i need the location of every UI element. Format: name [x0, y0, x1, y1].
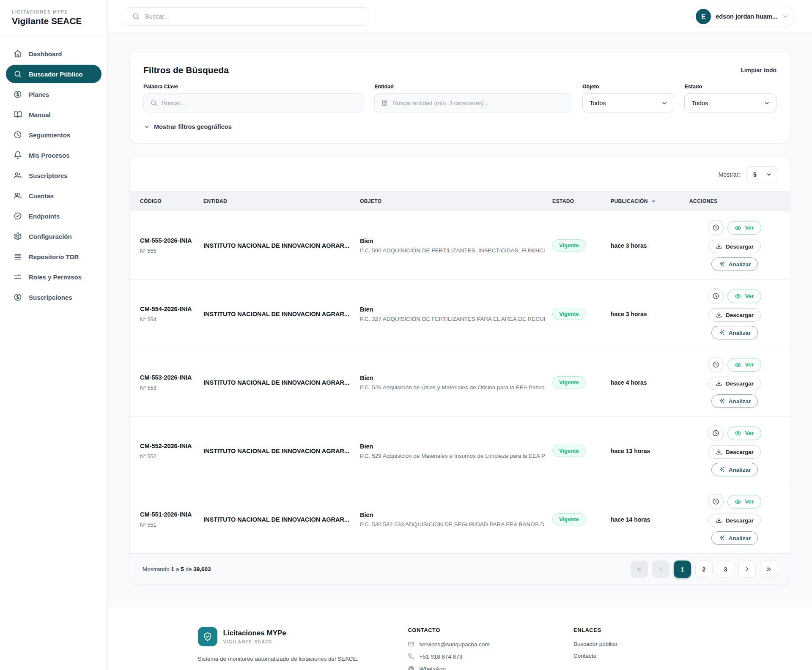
published-ago: hace 4 horas [611, 379, 682, 386]
status-cell: Vigente [552, 513, 603, 525]
col-publicacion-sort[interactable]: PUBLICACIÓN [611, 198, 682, 204]
entity-field: Entidad [374, 84, 572, 112]
chevron-down-icon [143, 123, 150, 130]
process-code: CM-554-2026-INIA [140, 305, 196, 314]
process-number: N° 555 [140, 248, 196, 254]
links-heading: ENLACES [573, 627, 722, 633]
filters-card: Filtros de Búsqueda Limpiar todo Palabra… [130, 53, 790, 143]
prev-page-button[interactable] [652, 561, 669, 578]
sidebar-item-mis-procesos[interactable]: Mis Procesos [6, 146, 102, 164]
history-button[interactable] [708, 425, 724, 441]
sidebar-item-planes[interactable]: Planes [6, 85, 102, 104]
sidebar-item-seguimientos[interactable]: Seguimientos [6, 126, 102, 144]
keyword-input[interactable] [162, 100, 357, 107]
analizar-button[interactable]: Analizar [711, 326, 758, 339]
chevrons-left-icon [636, 566, 642, 572]
descargar-button[interactable]: Descargar [708, 514, 761, 527]
geo-filters-label: Mostrar filtros geográficos [154, 123, 232, 130]
sidebar-item-configuracion[interactable]: Configuración [6, 227, 102, 246]
history-button[interactable] [708, 220, 724, 235]
object-select[interactable]: Todos [582, 93, 675, 112]
first-page-button[interactable] [631, 561, 648, 578]
sidebar-item-manual[interactable]: Manual [6, 105, 102, 124]
process-code: CM-552-2026-INIA [140, 442, 196, 451]
table-row: CM-554-2026-INIA N° 554 INSTITUTO NACION… [130, 280, 790, 348]
ver-button[interactable]: Ver [727, 427, 761, 440]
object-description: P.C. 526 Adquisición de Útiles y Materia… [360, 384, 545, 391]
state-select[interactable]: Todos [684, 93, 776, 112]
history-button[interactable] [708, 357, 724, 372]
search-icon [14, 70, 22, 78]
sidebar-item-buscador-publico[interactable]: Buscador Público [6, 65, 102, 83]
status-badge: Vigente [552, 376, 586, 388]
page-2-button[interactable]: 2 [695, 561, 713, 578]
history-button[interactable] [708, 494, 724, 509]
last-page-button[interactable] [760, 561, 777, 578]
col-objeto: OBJETO [360, 198, 545, 204]
sidebar-item-roles-permisos[interactable]: Roles y Permisos [6, 268, 102, 286]
object-type: Bien [360, 306, 545, 313]
filters-title: Filtros de Búsqueda [143, 65, 229, 75]
contact-phone[interactable]: +51 918 874 873 [408, 653, 557, 660]
sidebar-item-repositorio-tdr[interactable]: Repositorio TDR [6, 247, 102, 266]
col-entidad: ENTIDAD [203, 198, 352, 204]
sidebar-item-cuentas[interactable]: Cuentas [6, 186, 102, 205]
descargar-button[interactable]: Descargar [708, 377, 761, 390]
sparkles-icon [719, 466, 725, 473]
footer-link-buscador[interactable]: Buscador público [573, 641, 722, 647]
code-cell: CM-555-2026-INIA N° 555 [140, 237, 196, 254]
state-label: Estado [684, 84, 776, 90]
analizar-button[interactable]: Analizar [711, 531, 758, 545]
dollar-circle-icon [14, 90, 22, 98]
page-size-value: 5 [753, 171, 757, 178]
phone-icon [408, 653, 414, 660]
dollar-circle-icon [14, 293, 22, 301]
ver-button[interactable]: Ver [727, 221, 761, 235]
entity-input[interactable] [393, 100, 565, 107]
sidebar-item-endpoints[interactable]: Endpoints [6, 207, 102, 225]
sidebar-item-label: Planes [29, 91, 49, 98]
descargar-button[interactable]: Descargar [708, 445, 761, 459]
download-icon [716, 243, 722, 250]
actions-cell: Ver Descargar Analizar [689, 357, 780, 408]
sidebar-item-suscriptores[interactable]: Suscriptores [6, 166, 102, 185]
global-search-input[interactable] [145, 13, 362, 20]
user-menu[interactable]: E edson jordan huam... [692, 6, 795, 27]
descargar-button[interactable]: Descargar [708, 240, 761, 253]
check-circle-icon [14, 212, 22, 220]
actions-cell: Ver Descargar Analizar [689, 220, 780, 271]
state-select-value: Todos [691, 100, 708, 107]
eye-icon [735, 361, 741, 368]
geo-filters-toggle[interactable]: Mostrar filtros geográficos [143, 123, 776, 130]
page-3-button[interactable]: 3 [717, 561, 734, 578]
descargar-button[interactable]: Descargar [708, 308, 761, 322]
page-1-button[interactable]: 1 [674, 561, 691, 578]
process-code: CM-555-2026-INIA [140, 237, 196, 245]
footer-link-contacto[interactable]: Contacto [573, 653, 722, 659]
table-header: CÓDIGO ENTIDAD OBJETO ESTADO PUBLICACIÓN… [130, 191, 790, 211]
global-search[interactable] [125, 7, 369, 26]
sidebar-item-dashboard[interactable]: Dashboard [6, 44, 102, 63]
contact-whatsapp[interactable]: WhatsApp [408, 665, 557, 670]
footer: Licitaciones MYPe VIGILANTE SEACE Sistem… [108, 608, 812, 670]
process-code: CM-551-2026-INIA [140, 511, 196, 519]
show-label: Mostrar: [719, 171, 740, 178]
object-cell: Bien P.C. 327 ADQUISICIÓN DE FERTILIZANT… [360, 306, 545, 322]
table-row: CM-551-2026-INIA N° 551 INSTITUTO NACION… [130, 485, 790, 553]
history-button[interactable] [708, 288, 724, 304]
analizar-button[interactable]: Analizar [711, 463, 758, 476]
clear-all-link[interactable]: Limpiar todo [741, 67, 776, 74]
analizar-button[interactable]: Analizar [711, 394, 758, 408]
ver-button[interactable]: Ver [727, 290, 761, 303]
sidebar-item-suscripciones[interactable]: Suscripciones [6, 288, 102, 306]
page-size-select[interactable]: 5 [746, 166, 777, 183]
process-number: N° 554 [140, 317, 196, 323]
state-field: Estado Todos [684, 84, 776, 112]
contact-email[interactable]: services@sunqupacha.com [408, 641, 557, 648]
ver-button[interactable]: Ver [727, 495, 761, 509]
table-row: CM-553-2026-INIA N° 553 INSTITUTO NACION… [130, 348, 790, 417]
next-page-button[interactable] [738, 561, 756, 578]
keyword-field: Palabra Clave [143, 84, 364, 112]
ver-button[interactable]: Ver [727, 358, 761, 372]
analizar-button[interactable]: Analizar [711, 257, 758, 271]
